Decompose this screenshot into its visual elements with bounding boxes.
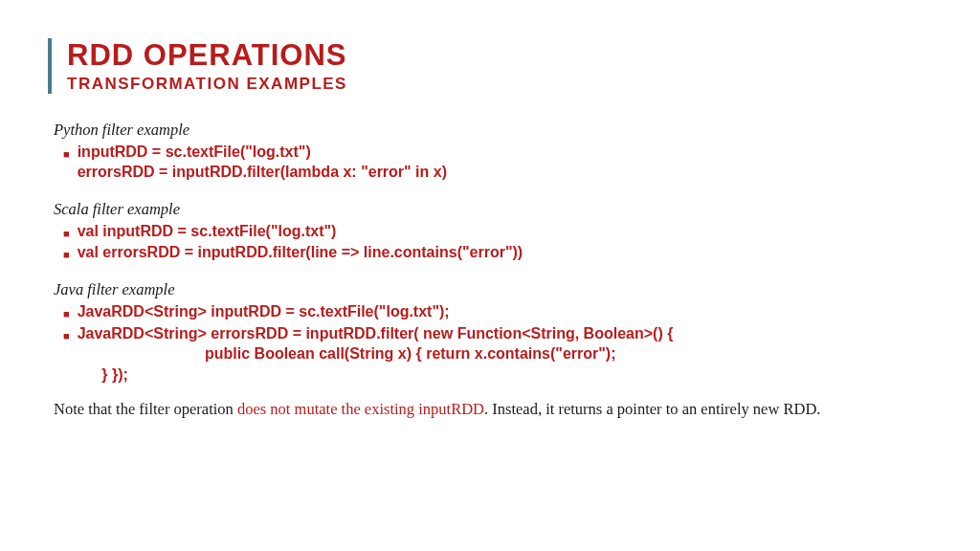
footnote: Note that the filter operation does not … [54,400,932,420]
scala-line-1: val inputRDD = sc.textFile("log.txt") [78,221,337,242]
python-line-2: errorsRDD = inputRDD.filter(lambda x: "e… [78,162,447,183]
bullet-icon: ■ [63,148,70,160]
scala-line-2: val errorsRDD = inputRDD.filter(line => … [78,242,523,263]
slide-content: Python filter example ■ inputRDD = sc.te… [54,121,932,420]
java-line-4: } }); [80,364,932,386]
python-line-1: inputRDD = sc.textFile("log.txt") [78,142,447,163]
java-line-2: JavaRDD<String> errorsRDD = inputRDD.fil… [78,323,674,344]
bullet-icon: ■ [63,330,70,342]
slide-title: RDD OPERATIONS [67,38,932,73]
note-post: . Instead, it returns a pointer to an en… [484,400,820,418]
scala-code-row-1: ■ val inputRDD = sc.textFile("log.txt") [63,221,932,242]
slide-container: RDD OPERATIONS TRANSFORMATION EXAMPLES P… [0,0,980,458]
bullet-icon: ■ [63,228,70,239]
bullet-icon: ■ [63,308,70,320]
title-block: RDD OPERATIONS TRANSFORMATION EXAMPLES [48,38,932,94]
python-code-block: inputRDD = sc.textFile("log.txt") errors… [78,142,447,183]
java-line-1: JavaRDD<String> inputRDD = sc.textFile("… [78,301,450,322]
python-section-label: Python filter example [54,121,932,140]
python-code-row: ■ inputRDD = sc.textFile("log.txt") erro… [63,142,932,183]
scala-section-label: Scala filter example [54,200,932,219]
java-line-3: public Boolean call(String x) { return x… [78,343,674,364]
note-pre: Note that the filter operation [54,400,237,418]
bullet-icon: ■ [63,249,70,260]
slide-subtitle: TRANSFORMATION EXAMPLES [67,75,932,94]
scala-code-row-2: ■ val errorsRDD = inputRDD.filter(line =… [63,242,932,263]
java-code-block-2: JavaRDD<String> errorsRDD = inputRDD.fil… [78,323,674,364]
java-code-row-2: ■ JavaRDD<String> errorsRDD = inputRDD.f… [63,323,932,364]
java-section-label: Java filter example [54,280,932,299]
java-code-row-1: ■ JavaRDD<String> inputRDD = sc.textFile… [63,301,932,322]
note-highlight: does not mutate the existing inputRDD [237,400,484,418]
